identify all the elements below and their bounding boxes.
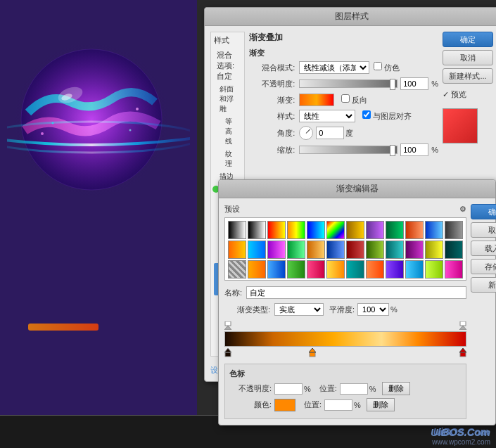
preset-item[interactable] — [228, 260, 246, 279]
ge-save-button[interactable]: 存储... — [471, 259, 496, 274]
cs-color-delete-button[interactable]: 删除 — [367, 398, 395, 411]
cs-delete-button[interactable]: 删除 — [382, 382, 410, 395]
preset-item[interactable] — [425, 260, 443, 279]
svg-marker-11 — [224, 326, 231, 330]
gradient-type-select[interactable]: 实底 — [274, 303, 324, 316]
color-stop-mid[interactable] — [309, 348, 316, 360]
preset-item[interactable] — [425, 241, 443, 259]
preset-item[interactable] — [425, 221, 443, 239]
preset-item[interactable] — [346, 221, 364, 239]
preset-item[interactable] — [405, 221, 424, 239]
styles-panel-title: 样式 — [214, 35, 241, 46]
opacity-stop-right[interactable] — [459, 321, 466, 332]
watermark-url: www.wpcom2.com — [432, 437, 490, 447]
preset-item[interactable] — [326, 241, 345, 259]
svg-marker-16 — [224, 348, 231, 352]
gear-icon[interactable]: ⚙ — [459, 205, 466, 214]
cancel-button[interactable]: 取消 — [443, 50, 493, 65]
cs-position-input[interactable] — [340, 383, 368, 395]
scale-percent: % — [431, 146, 438, 154]
preset-item[interactable] — [287, 221, 305, 239]
gradient-bar[interactable] — [224, 331, 466, 347]
preset-item[interactable] — [405, 241, 424, 259]
style-item-texture[interactable]: 纹理 — [214, 148, 241, 170]
preset-item[interactable] — [346, 260, 364, 279]
opacity-input[interactable] — [400, 77, 428, 90]
align-checkbox[interactable] — [362, 110, 371, 119]
scale-slider[interactable] — [299, 146, 398, 154]
svg-rect-17 — [310, 352, 315, 357]
preset-item[interactable] — [267, 260, 286, 279]
dither-checkbox[interactable] — [374, 62, 382, 70]
preset-item[interactable] — [267, 241, 286, 259]
preset-item[interactable] — [248, 241, 266, 259]
style-item-blend[interactable]: 混合选项:自定 — [214, 49, 241, 83]
name-label: 名称: — [224, 288, 242, 298]
degree-label: 度 — [345, 128, 353, 139]
color-stop-left[interactable] — [224, 348, 231, 360]
preset-item[interactable] — [307, 241, 325, 259]
gradient-preview[interactable] — [299, 94, 334, 106]
style-select[interactable]: 线性 — [299, 110, 355, 122]
cs-opacity-input[interactable] — [274, 383, 303, 395]
preset-item[interactable] — [366, 241, 384, 259]
preset-item[interactable] — [445, 221, 463, 239]
preset-item[interactable] — [248, 260, 266, 279]
style-item-bevel[interactable]: 斜面和浮雕 — [214, 83, 241, 115]
ge-cancel-button[interactable]: 取消 — [471, 222, 496, 238]
preview-label: ✓ 预览 — [443, 89, 493, 100]
style-item-contour[interactable]: 等高线 — [214, 115, 241, 148]
preset-item[interactable] — [287, 241, 305, 259]
smoothness-label: 平滑度: — [329, 305, 355, 315]
preset-item[interactable] — [386, 241, 404, 259]
cs-opacity-label: 不透明度: — [229, 383, 272, 394]
preset-item[interactable] — [287, 260, 305, 279]
angle-input[interactable] — [316, 127, 344, 139]
reverse-checkbox-label: 反向 — [341, 94, 367, 105]
reverse-checkbox[interactable] — [341, 94, 350, 103]
preset-item[interactable] — [386, 260, 404, 279]
dither-checkbox-label: 仿色 — [374, 62, 400, 73]
preset-item[interactable] — [445, 241, 463, 259]
cs-color-pos-input[interactable] — [324, 399, 352, 411]
name-row: 名称: — [224, 286, 466, 299]
new-style-button[interactable]: 新建样式... — [443, 68, 493, 84]
blend-mode-select[interactable]: 线性减淡（添加） — [299, 61, 369, 74]
preset-item[interactable] — [366, 221, 384, 239]
cs-opacity-percent: % — [304, 385, 311, 393]
scale-input[interactable] — [400, 143, 428, 156]
preset-item[interactable] — [326, 221, 345, 239]
ge-load-button[interactable]: 载入... — [471, 241, 496, 256]
scale-row: 缩放: % — [249, 143, 438, 156]
preset-item[interactable] — [228, 221, 246, 239]
preset-item[interactable] — [366, 260, 384, 279]
preset-item[interactable] — [326, 260, 345, 279]
angle-circle[interactable] — [299, 126, 313, 140]
scale-thumb[interactable] — [390, 145, 395, 156]
svg-point-9 — [136, 108, 139, 110]
preset-item[interactable] — [307, 260, 325, 279]
preset-item[interactable] — [228, 241, 246, 259]
preset-item[interactable] — [386, 221, 404, 239]
gradient-editor-title-label: 渐变编辑器 — [336, 184, 379, 193]
gradient-label: 渐变: — [249, 95, 295, 105]
opacity-thumb[interactable] — [390, 79, 395, 90]
blend-mode-label: 混合模式: — [249, 63, 295, 73]
preset-item[interactable] — [346, 241, 364, 259]
opacity-row: 不透明度: % — [249, 77, 438, 90]
color-stop-right[interactable] — [459, 348, 466, 360]
ge-new-button[interactable]: 新建 — [471, 277, 496, 293]
cs-color-swatch[interactable] — [274, 399, 295, 411]
ok-button[interactable]: 确定 — [443, 32, 493, 47]
opacity-slider[interactable] — [299, 79, 398, 88]
preset-item[interactable] — [405, 260, 424, 279]
opacity-stop-left[interactable] — [224, 321, 231, 332]
ge-ok-button[interactable]: 确定 — [471, 204, 496, 219]
name-input[interactable] — [246, 286, 466, 299]
preset-item[interactable] — [248, 221, 266, 239]
smoothness-select[interactable]: 100 — [357, 303, 389, 316]
preset-item[interactable] — [445, 260, 463, 279]
preset-item[interactable] — [267, 221, 286, 239]
gradient-bar-container — [224, 321, 466, 358]
preset-item[interactable] — [307, 221, 325, 239]
